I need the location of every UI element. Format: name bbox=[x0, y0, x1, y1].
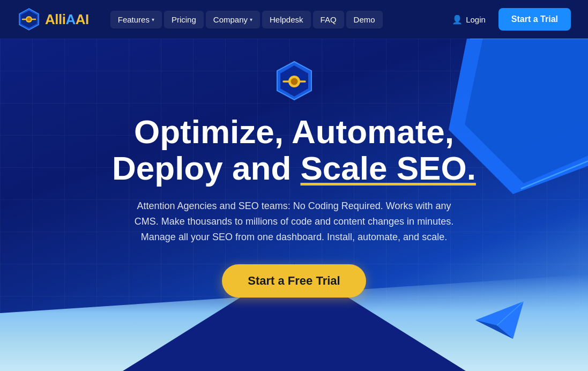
nav-company[interactable]: Company ▾ bbox=[206, 11, 260, 28]
navbar: AlliAAI Features ▾ Pricing Company ▾ Hel… bbox=[0, 0, 588, 39]
logo-icon bbox=[17, 8, 41, 31]
svg-point-16 bbox=[291, 78, 297, 85]
user-icon: 👤 bbox=[452, 14, 463, 25]
company-chevron-icon: ▾ bbox=[250, 17, 252, 23]
features-chevron-icon: ▾ bbox=[152, 17, 154, 23]
login-button[interactable]: 👤 Login bbox=[445, 10, 492, 29]
nav-links: Features ▾ Pricing Company ▾ Helpdesk FA… bbox=[110, 11, 445, 28]
nav-pricing[interactable]: Pricing bbox=[164, 11, 204, 28]
nav-features[interactable]: Features ▾ bbox=[110, 11, 162, 28]
hero-subtext: Attention Agencies and SEO teams: No Cod… bbox=[133, 198, 455, 244]
nav-faq[interactable]: FAQ bbox=[313, 11, 344, 28]
svg-point-3 bbox=[27, 18, 31, 21]
paper-plane-icon bbox=[475, 301, 524, 339]
hero-logo-icon bbox=[273, 60, 316, 103]
nav-demo[interactable]: Demo bbox=[346, 11, 383, 28]
hero-headline: Optimize, Automate, Deploy and Scale SEO… bbox=[112, 114, 476, 187]
hero-content: Optimize, Automate, Deploy and Scale SEO… bbox=[112, 39, 476, 298]
hero-cta-button[interactable]: Start a Free Trial bbox=[222, 264, 366, 298]
hero-section: Optimize, Automate, Deploy and Scale SEO… bbox=[0, 39, 588, 371]
nav-right: 👤 Login Start a Trial bbox=[445, 8, 571, 31]
svg-marker-10 bbox=[475, 301, 524, 339]
nav-helpdesk[interactable]: Helpdesk bbox=[262, 11, 311, 28]
logo-text: AlliAAI bbox=[45, 11, 89, 28]
logo[interactable]: AlliAAI bbox=[17, 8, 89, 31]
start-trial-button[interactable]: Start a Trial bbox=[498, 8, 571, 31]
